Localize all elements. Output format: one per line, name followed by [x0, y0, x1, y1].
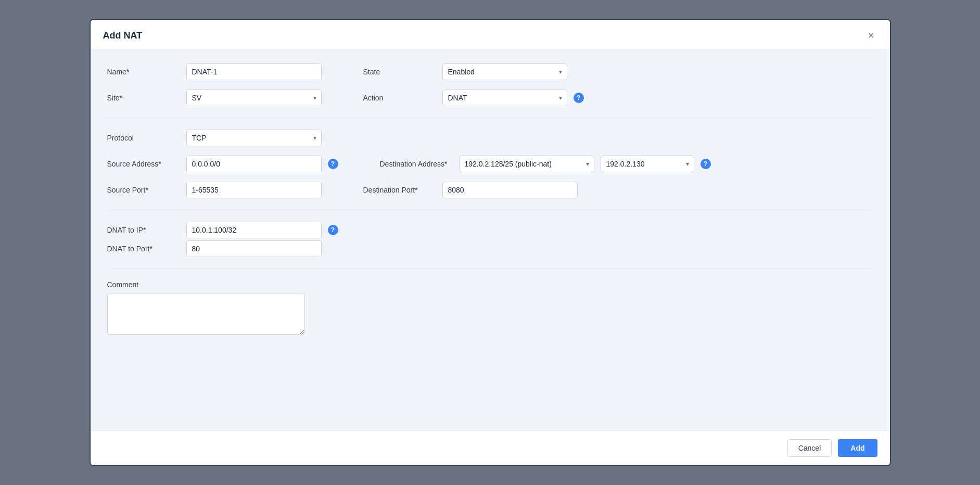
action-select-wrapper: DNAT ▾ — [442, 90, 567, 106]
dnat-ip-input[interactable] — [186, 222, 322, 238]
dest-address-select-wrapper: 192.0.2.128/25 (public-nat) ▾ — [459, 156, 594, 172]
add-button[interactable]: Add — [838, 439, 877, 457]
row-ports: Source Port* Destination Port* — [107, 182, 873, 198]
dest-address-sub-select-wrapper: 192.0.2.130 ▾ — [601, 156, 694, 172]
dnat-ip-help-icon[interactable]: ? — [328, 225, 338, 235]
destination-port-input[interactable] — [442, 182, 578, 198]
source-port-label: Source Port* — [107, 186, 180, 194]
close-button[interactable]: × — [865, 29, 877, 42]
state-label: State — [363, 68, 436, 76]
dnat-port-input[interactable] — [186, 240, 322, 257]
action-select[interactable]: DNAT — [442, 90, 567, 106]
destination-port-label: Destination Port* — [363, 186, 436, 194]
site-select-wrapper: SV ▾ — [186, 90, 322, 106]
source-address-help-icon[interactable]: ? — [328, 159, 338, 169]
dest-address-select[interactable]: 192.0.2.128/25 (public-nat) — [459, 156, 594, 172]
add-nat-modal: Add NAT × Name* State Enabled ▾ — [90, 19, 891, 466]
dnat-ip-group: DNAT to IP* ? — [107, 222, 338, 238]
divider-1 — [107, 118, 873, 118]
protocol-select[interactable]: TCP — [186, 130, 322, 146]
name-label: Name* — [107, 68, 180, 76]
divider-3 — [107, 269, 873, 269]
site-label: Site* — [107, 94, 180, 102]
state-select[interactable]: Enabled — [442, 63, 567, 80]
comment-section: Comment — [107, 280, 873, 336]
dest-address-sub-select[interactable]: 192.0.2.130 — [601, 156, 694, 172]
row-protocol: Protocol TCP ▾ — [107, 130, 873, 146]
source-address-label: Source Address* — [107, 160, 180, 168]
destination-address-label: Destination Address* — [380, 160, 453, 168]
divider-2 — [107, 210, 873, 210]
row-dnat-ip: DNAT to IP* ? — [107, 222, 873, 238]
comment-label: Comment — [107, 280, 873, 289]
modal-title: Add NAT — [103, 30, 143, 41]
row-name-state: Name* State Enabled ▾ — [107, 63, 873, 80]
dnat-port-label: DNAT to Port* — [107, 245, 180, 253]
protocol-group: Protocol TCP ▾ — [107, 130, 322, 146]
row-dnat-port: DNAT to Port* — [107, 240, 873, 257]
source-address-input[interactable] — [186, 156, 322, 172]
action-help-icon[interactable]: ? — [574, 93, 584, 103]
site-select[interactable]: SV — [186, 90, 322, 106]
modal-footer: Cancel Add — [91, 430, 890, 465]
dnat-ip-label: DNAT to IP* — [107, 226, 180, 234]
action-group: Action DNAT ▾ ? — [363, 90, 584, 106]
state-group: State Enabled ▾ — [363, 63, 567, 80]
dest-address-help-icon[interactable]: ? — [701, 159, 711, 169]
name-group: Name* — [107, 63, 322, 80]
row-site-action: Site* SV ▾ Action DNAT ▾ ? — [107, 90, 873, 106]
source-port-input[interactable] — [186, 182, 322, 198]
comment-textarea[interactable] — [107, 293, 305, 335]
dnat-port-group: DNAT to Port* — [107, 240, 322, 257]
protocol-label: Protocol — [107, 134, 180, 142]
source-address-group: Source Address* ? — [107, 156, 338, 172]
destination-port-group: Destination Port* — [363, 182, 578, 198]
state-select-wrapper: Enabled ▾ — [442, 63, 567, 80]
modal-body: Name* State Enabled ▾ Site* SV — [91, 49, 890, 430]
row-addresses: Source Address* ? Destination Address* 1… — [107, 156, 873, 172]
cancel-button[interactable]: Cancel — [787, 439, 832, 457]
destination-address-group: Destination Address* 192.0.2.128/25 (pub… — [380, 156, 711, 172]
protocol-select-wrapper: TCP ▾ — [186, 130, 322, 146]
site-group: Site* SV ▾ — [107, 90, 322, 106]
action-label: Action — [363, 94, 436, 102]
name-input[interactable] — [186, 63, 322, 80]
modal-header: Add NAT × — [91, 20, 890, 49]
source-port-group: Source Port* — [107, 182, 322, 198]
